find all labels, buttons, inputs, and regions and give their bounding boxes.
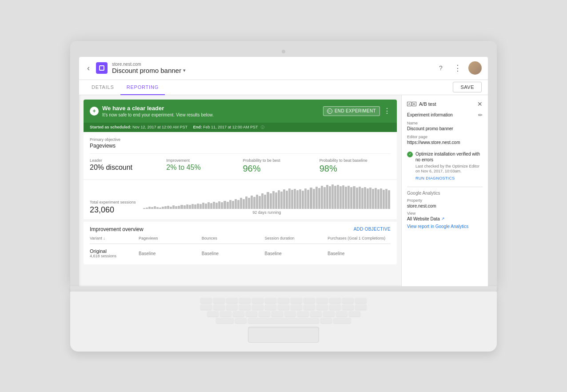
keyboard-key[interactable] [316, 304, 328, 310]
trackpad[interactable] [248, 327, 319, 343]
more-options-button[interactable]: ⋮ [451, 62, 464, 74]
keyboard-key[interactable] [226, 304, 238, 310]
dropdown-arrow-icon[interactable]: ▾ [183, 68, 186, 73]
chart-bar [184, 205, 186, 209]
run-diagnostics-button[interactable]: RUN DIAGNOSTICS [415, 176, 483, 180]
chart-bar [205, 204, 207, 209]
metric-value-improvement: 2% to 45% [166, 164, 237, 172]
header-title-area: store.nest.com Discount promo banner ▾ [112, 62, 430, 74]
keyboard-key[interactable] [323, 311, 335, 316]
close-panel-button[interactable]: ✕ [477, 100, 483, 108]
chart-bar [342, 185, 344, 209]
add-objective-button[interactable]: ADD OBJECTIVE [354, 227, 391, 232]
keyboard-key[interactable] [239, 298, 251, 303]
header-actions: ? ⋮ [435, 61, 482, 75]
tabs-bar: DETAILS REPORTING SAVE [79, 80, 488, 95]
keyboard-key[interactable] [297, 311, 309, 316]
sessions-card: Total experiment sessions 23,060 92 days… [84, 180, 397, 219]
tab-reporting[interactable]: REPORTING [120, 80, 165, 95]
keyboard-key[interactable] [235, 318, 247, 323]
chart-bar [323, 187, 326, 209]
help-button[interactable]: ? [435, 62, 447, 74]
end-experiment-button[interactable]: ▷ END EXPERIMENT [323, 106, 380, 116]
keyboard-key[interactable] [310, 311, 322, 316]
keyboard-key[interactable] [248, 318, 319, 323]
avatar[interactable] [468, 61, 482, 75]
keyboard-key[interactable] [316, 298, 328, 303]
keyboard-key[interactable] [213, 298, 225, 303]
keyboard-key[interactable] [213, 304, 225, 310]
metric-label-improvement: Improvement [166, 158, 237, 163]
chart-bar [146, 208, 148, 209]
chart-bar [167, 206, 169, 209]
chart-bar [388, 190, 390, 209]
tab-details[interactable]: DETAILS [85, 80, 120, 95]
property-value: store.nest.com [407, 204, 483, 208]
keyboard-key[interactable] [272, 311, 283, 316]
keyboard-key[interactable] [278, 298, 289, 303]
keyboard-key[interactable] [259, 311, 270, 316]
keyboard-key[interactable] [284, 311, 296, 316]
variant-name: Original [90, 248, 139, 254]
keyboard-key[interactable] [342, 298, 354, 303]
keyboard-key[interactable] [265, 304, 276, 310]
keyboard-key[interactable] [320, 318, 332, 323]
chart-bar [151, 207, 153, 209]
keyboard-key[interactable] [207, 311, 219, 316]
view-report-link[interactable]: View report in Google Analytics [407, 224, 483, 229]
chart-bar [197, 204, 199, 209]
edit-icon[interactable]: ✏ [478, 112, 483, 118]
keyboard-key[interactable] [233, 311, 244, 316]
td-session-duration: Baseline [265, 251, 328, 256]
keyboard-key[interactable] [278, 304, 289, 310]
keyboard-key[interactable] [200, 298, 212, 303]
keyboard-key[interactable] [355, 298, 367, 303]
ga-title: Google Analytics [407, 191, 483, 196]
keyboard-key[interactable] [349, 311, 360, 316]
keyboard-key[interactable] [329, 298, 341, 303]
keyboard-key[interactable] [246, 311, 257, 316]
keyboard-key[interactable] [342, 304, 354, 310]
keyboard-key[interactable] [200, 304, 212, 310]
metric-improvement: Improvement 2% to 45% [166, 158, 243, 174]
keyboard-key[interactable] [216, 318, 234, 323]
keyboard-key[interactable] [226, 298, 238, 303]
property-field: Property store.nest.com [407, 198, 483, 208]
view-label: View [407, 211, 483, 216]
metric-value-prob-baseline: 98% [319, 164, 391, 174]
chart-bar [178, 206, 180, 209]
chart-bar [261, 193, 264, 209]
keyboard-key[interactable] [265, 298, 276, 303]
keyboard-key[interactable] [291, 304, 302, 310]
banner-more-icon[interactable]: ⋮ [383, 107, 391, 115]
keyboard-key[interactable] [291, 298, 302, 303]
experiment-section-header: Experiment information ✏ [407, 112, 483, 118]
keyboard-key[interactable] [252, 298, 264, 303]
keyboard-key[interactable] [252, 304, 264, 310]
keyboard-key[interactable] [329, 304, 341, 310]
chart-bar [337, 185, 339, 209]
chart-bar [329, 186, 331, 209]
keyboard-key[interactable] [239, 304, 251, 310]
save-button[interactable]: SAVE [453, 82, 482, 92]
keyboard-key[interactable] [303, 304, 315, 310]
back-button[interactable]: ‹ [85, 62, 92, 75]
chart-bar [253, 197, 256, 209]
chart-bar [310, 188, 312, 209]
chart-bar [232, 201, 234, 209]
chart-bar [307, 190, 309, 209]
chart-bar [304, 188, 307, 209]
chart-bar [208, 202, 210, 209]
keyboard-key[interactable] [303, 298, 315, 303]
side-panel: A B A/B test ✕ Experiment information ✏ [401, 95, 488, 286]
improvement-card: Improvement overview ADD OBJECTIVE Varia… [84, 222, 397, 265]
chart-bar [339, 186, 342, 209]
keyboard-key[interactable] [333, 318, 351, 323]
th-bounces: Bounces [202, 236, 265, 241]
improvement-header: Improvement overview ADD OBJECTIVE [90, 226, 391, 232]
external-link-icon[interactable]: ↗ [441, 216, 445, 221]
keyboard-key[interactable] [355, 304, 367, 310]
td-pageviews: Baseline [139, 251, 202, 256]
keyboard-key[interactable] [336, 311, 347, 316]
keyboard-key[interactable] [220, 311, 232, 316]
